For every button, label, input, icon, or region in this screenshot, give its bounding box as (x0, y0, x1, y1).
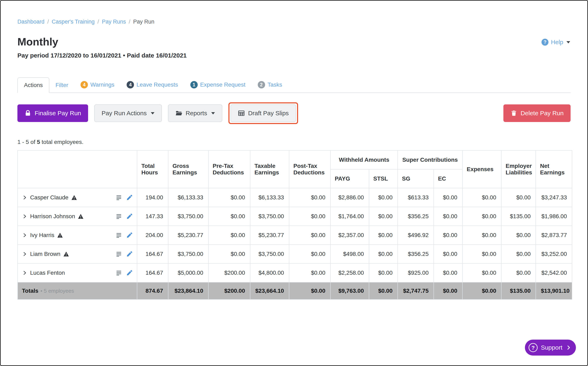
reports-folder-icon (175, 110, 182, 117)
edit-pencil-icon[interactable] (126, 232, 133, 238)
cell-value: $0.00 (369, 263, 398, 282)
column-header-post-tax-deductions: Post-Tax Deductions (289, 151, 330, 188)
cell-value: $6,133.33 (168, 188, 208, 207)
notes-icon[interactable] (116, 232, 122, 238)
cell-value: $496.92 (398, 226, 434, 245)
page-title: Monthly (17, 36, 571, 48)
cell-value: $4,800.00 (250, 263, 289, 282)
total-value: $0.00 (463, 282, 501, 299)
cell-value: $200.00 (208, 263, 250, 282)
chevron-down-icon (151, 112, 155, 114)
expand-chevron-icon[interactable] (22, 270, 27, 275)
total-value: $0.00 (369, 282, 398, 299)
cell-value: $0.00 (208, 207, 250, 226)
notes-icon[interactable] (116, 270, 122, 276)
cell-value: $498.00 (330, 245, 369, 263)
column-header-ec: EC (434, 169, 463, 188)
column-header-stsl: STSL (369, 169, 398, 188)
cell-value: 204.00 (137, 226, 168, 245)
cell-value: $3,750.00 (250, 207, 289, 226)
draft-pay-slips-button[interactable]: Draft Pay Slips (230, 104, 296, 122)
cell-value: $0.00 (369, 207, 398, 226)
group-header-withheld-amounts: Withheld Amounts (330, 151, 398, 169)
cell-value: $0.00 (434, 263, 463, 282)
cell-value: $356.25 (398, 207, 434, 226)
cell-value: $0.00 (289, 245, 330, 263)
breadcrumb-separator: / (129, 19, 130, 25)
draft-pay-slips-highlight-outline: Draft Pay Slips (228, 102, 298, 124)
cell-value: $0.00 (501, 188, 536, 207)
group-header-super-contributions: Super Contributions (398, 151, 463, 169)
tab-bar: Actions Filter 4 Warnings 4 Leave Reques… (17, 77, 571, 93)
cell-value: $925.00 (398, 263, 434, 282)
tab-tasks[interactable]: 2 Tasks (251, 77, 289, 92)
cell-value: $0.00 (501, 263, 536, 282)
employee-name[interactable]: Lucas Fenton (30, 270, 65, 276)
expense-request-count-badge: 1 (190, 81, 198, 88)
table-row: Harrison Johnson (18, 207, 572, 226)
expand-chevron-icon[interactable] (22, 214, 27, 219)
expand-chevron-icon[interactable] (22, 251, 27, 257)
employee-name-cell: Harrison Johnson (18, 207, 137, 226)
pay-run-page: Dashboard / Casper's Training / Pay Runs… (0, 0, 588, 366)
breadcrumb-business[interactable]: Casper's Training (52, 19, 95, 25)
notes-icon[interactable] (116, 251, 122, 257)
expand-chevron-icon[interactable] (22, 233, 27, 238)
warning-icon (71, 195, 77, 200)
total-value: $23,664.10 (250, 282, 289, 299)
employee-rows: Casper Claude (18, 188, 572, 282)
help-menu[interactable]: Help (541, 39, 570, 46)
table-row: Liam Brown (18, 245, 572, 263)
breadcrumb-dashboard[interactable]: Dashboard (17, 19, 45, 25)
totals-label-cell: Totals• 5 employees (18, 282, 137, 299)
cell-value: 164.67 (137, 245, 168, 263)
cell-value: 164.67 (137, 263, 168, 282)
table-row: Casper Claude (18, 188, 572, 207)
breadcrumb-pay-runs[interactable]: Pay Runs (102, 19, 126, 25)
cell-value: $1,986.00 (536, 207, 572, 226)
reports-button[interactable]: Reports (168, 104, 222, 122)
tab-warnings[interactable]: 4 Warnings (74, 77, 120, 92)
cell-value: $0.00 (463, 263, 501, 282)
pay-run-table: Total Hours Gross Earnings Pre-Tax Deduc… (17, 150, 572, 300)
cell-value: $2,357.00 (330, 226, 369, 245)
edit-pencil-icon[interactable] (126, 213, 133, 220)
cell-value: $0.00 (463, 188, 501, 207)
help-label: Help (551, 39, 563, 46)
cell-value: $0.00 (208, 188, 250, 207)
table-row: Ivy Harris (18, 226, 572, 245)
cell-value: $5,000.00 (168, 263, 208, 282)
edit-pencil-icon[interactable] (126, 194, 133, 201)
warning-icon (57, 233, 63, 238)
employee-name[interactable]: Casper Claude (30, 194, 68, 201)
tab-filter[interactable]: Filter (49, 78, 74, 92)
support-button[interactable]: Support (525, 340, 576, 356)
cell-value: $0.00 (289, 263, 330, 282)
total-value: 874.67 (137, 282, 168, 299)
notes-icon[interactable] (116, 213, 122, 220)
tab-expense-request[interactable]: 1 Expense Request (184, 77, 251, 92)
tab-actions[interactable]: Actions (17, 77, 49, 93)
edit-pencil-icon[interactable] (126, 270, 133, 276)
cell-value: $3,750.00 (168, 207, 208, 226)
pay-run-actions-button[interactable]: Pay Run Actions (94, 104, 162, 122)
cell-value: $0.00 (289, 207, 330, 226)
employee-name[interactable]: Ivy Harris (30, 232, 54, 238)
employee-count-summary: 1 - 5 of 5 total employees. (17, 139, 571, 145)
column-header-total-hours: Total Hours (137, 151, 168, 188)
tab-leave-requests[interactable]: 4 Leave Requests (120, 77, 184, 92)
pay-slips-table-icon (238, 110, 245, 117)
employee-name[interactable]: Harrison Johnson (30, 213, 75, 220)
expand-chevron-icon[interactable] (22, 195, 27, 200)
trash-icon (510, 110, 517, 117)
cell-value: $0.00 (434, 207, 463, 226)
finalise-pay-run-button[interactable]: Finalise Pay Run (17, 104, 88, 122)
employee-name[interactable]: Liam Brown (30, 251, 60, 257)
edit-pencil-icon[interactable] (126, 251, 133, 257)
leave-requests-count-badge: 4 (127, 81, 134, 88)
delete-pay-run-button[interactable]: Delete Pay Run (503, 104, 571, 122)
employee-name-cell: Lucas Fenton (18, 263, 137, 282)
notes-icon[interactable] (116, 194, 122, 201)
cell-value: $0.00 (463, 245, 501, 263)
cell-value: $0.00 (463, 207, 501, 226)
